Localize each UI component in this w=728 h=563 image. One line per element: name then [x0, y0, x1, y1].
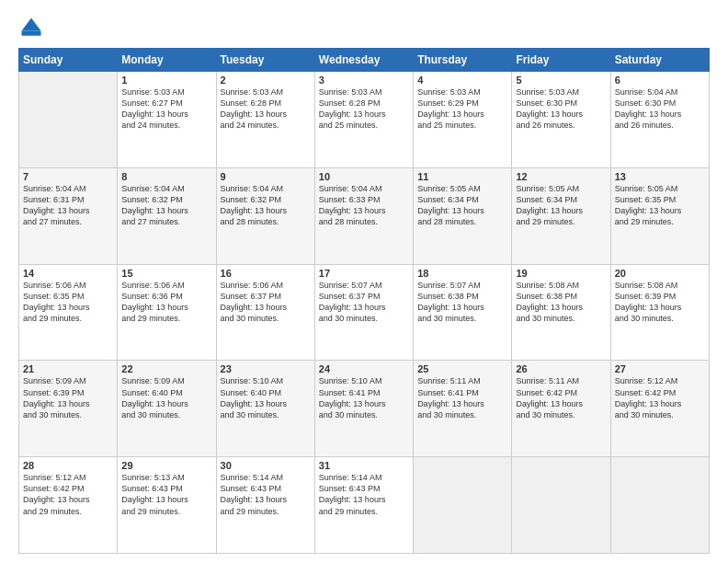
day-info: Sunrise: 5:05 AM Sunset: 6:34 PM Dayligh…	[417, 183, 507, 228]
day-number: 27	[615, 363, 705, 374]
calendar-cell: 1Sunrise: 5:03 AM Sunset: 6:27 PM Daylig…	[118, 72, 216, 168]
calendar-cell	[512, 457, 610, 554]
calendar-week-2: 14Sunrise: 5:06 AM Sunset: 6:35 PM Dayli…	[19, 264, 710, 361]
day-info: Sunrise: 5:09 AM Sunset: 6:39 PM Dayligh…	[23, 375, 113, 420]
day-number: 17	[319, 268, 409, 279]
calendar-header-friday: Friday	[512, 49, 610, 72]
calendar-cell	[414, 457, 512, 554]
calendar-cell: 5Sunrise: 5:03 AM Sunset: 6:30 PM Daylig…	[512, 72, 610, 168]
calendar-header-monday: Monday	[118, 49, 216, 72]
day-info: Sunrise: 5:07 AM Sunset: 6:38 PM Dayligh…	[417, 280, 507, 325]
day-info: Sunrise: 5:13 AM Sunset: 6:43 PM Dayligh…	[121, 472, 211, 517]
logo	[18, 15, 46, 40]
calendar-cell: 16Sunrise: 5:06 AM Sunset: 6:37 PM Dayli…	[216, 264, 314, 361]
day-info: Sunrise: 5:04 AM Sunset: 6:31 PM Dayligh…	[23, 183, 113, 228]
day-number: 9	[221, 171, 311, 182]
calendar-week-1: 7Sunrise: 5:04 AM Sunset: 6:31 PM Daylig…	[19, 167, 710, 264]
calendar-cell: 15Sunrise: 5:06 AM Sunset: 6:36 PM Dayli…	[118, 264, 216, 361]
day-number: 15	[121, 268, 211, 279]
day-number: 29	[121, 460, 211, 471]
svg-marker-0	[22, 18, 41, 31]
calendar-cell: 18Sunrise: 5:07 AM Sunset: 6:38 PM Dayli…	[414, 264, 512, 361]
calendar-cell: 23Sunrise: 5:10 AM Sunset: 6:40 PM Dayli…	[216, 361, 314, 457]
day-number: 19	[516, 268, 606, 279]
day-number: 28	[23, 460, 113, 471]
calendar-cell: 7Sunrise: 5:04 AM Sunset: 6:31 PM Daylig…	[19, 167, 118, 264]
calendar-header-wednesday: Wednesday	[314, 49, 413, 72]
day-info: Sunrise: 5:03 AM Sunset: 6:30 PM Dayligh…	[516, 86, 606, 132]
day-info: Sunrise: 5:03 AM Sunset: 6:28 PM Dayligh…	[221, 86, 311, 132]
day-number: 24	[319, 363, 409, 374]
calendar-week-0: 1Sunrise: 5:03 AM Sunset: 6:27 PM Daylig…	[19, 72, 710, 168]
calendar-header-thursday: Thursday	[414, 49, 512, 72]
calendar-cell: 13Sunrise: 5:05 AM Sunset: 6:35 PM Dayli…	[610, 167, 709, 264]
day-info: Sunrise: 5:05 AM Sunset: 6:34 PM Dayligh…	[516, 183, 606, 228]
calendar-cell: 29Sunrise: 5:13 AM Sunset: 6:43 PM Dayli…	[118, 457, 216, 554]
day-info: Sunrise: 5:06 AM Sunset: 6:36 PM Dayligh…	[121, 280, 211, 325]
calendar-cell: 31Sunrise: 5:14 AM Sunset: 6:43 PM Dayli…	[314, 457, 413, 554]
calendar-cell: 2Sunrise: 5:03 AM Sunset: 6:28 PM Daylig…	[216, 72, 314, 168]
day-number: 22	[121, 363, 211, 374]
calendar-cell: 28Sunrise: 5:12 AM Sunset: 6:42 PM Dayli…	[19, 457, 118, 554]
day-info: Sunrise: 5:04 AM Sunset: 6:32 PM Dayligh…	[221, 183, 311, 228]
day-number: 23	[221, 363, 311, 374]
calendar-cell: 11Sunrise: 5:05 AM Sunset: 6:34 PM Dayli…	[414, 167, 512, 264]
day-number: 21	[23, 363, 113, 374]
calendar-cell	[19, 72, 118, 168]
calendar-cell: 20Sunrise: 5:08 AM Sunset: 6:39 PM Dayli…	[610, 264, 709, 361]
day-info: Sunrise: 5:03 AM Sunset: 6:28 PM Dayligh…	[319, 86, 409, 132]
day-info: Sunrise: 5:10 AM Sunset: 6:40 PM Dayligh…	[221, 375, 311, 420]
calendar-cell: 30Sunrise: 5:14 AM Sunset: 6:43 PM Dayli…	[216, 457, 314, 554]
day-info: Sunrise: 5:08 AM Sunset: 6:39 PM Dayligh…	[615, 280, 705, 325]
day-number: 25	[417, 363, 507, 374]
day-info: Sunrise: 5:12 AM Sunset: 6:42 PM Dayligh…	[615, 375, 705, 420]
calendar-cell	[610, 457, 709, 554]
day-number: 3	[319, 75, 409, 86]
calendar-header-sunday: Sunday	[19, 49, 118, 72]
day-info: Sunrise: 5:04 AM Sunset: 6:30 PM Dayligh…	[615, 86, 705, 132]
calendar-cell: 21Sunrise: 5:09 AM Sunset: 6:39 PM Dayli…	[19, 361, 118, 457]
calendar-cell: 12Sunrise: 5:05 AM Sunset: 6:34 PM Dayli…	[512, 167, 610, 264]
day-info: Sunrise: 5:10 AM Sunset: 6:41 PM Dayligh…	[319, 375, 409, 420]
header	[18, 15, 710, 40]
calendar-header-saturday: Saturday	[610, 49, 709, 72]
calendar-cell: 4Sunrise: 5:03 AM Sunset: 6:29 PM Daylig…	[414, 72, 512, 168]
day-number: 20	[615, 268, 705, 279]
day-number: 7	[23, 171, 113, 182]
day-info: Sunrise: 5:03 AM Sunset: 6:29 PM Dayligh…	[417, 86, 507, 132]
page: SundayMondayTuesdayWednesdayThursdayFrid…	[0, 0, 728, 563]
calendar-cell: 3Sunrise: 5:03 AM Sunset: 6:28 PM Daylig…	[314, 72, 413, 168]
calendar-header-row: SundayMondayTuesdayWednesdayThursdayFrid…	[19, 49, 710, 72]
day-info: Sunrise: 5:11 AM Sunset: 6:42 PM Dayligh…	[516, 375, 606, 420]
day-info: Sunrise: 5:09 AM Sunset: 6:40 PM Dayligh…	[121, 375, 211, 420]
day-info: Sunrise: 5:04 AM Sunset: 6:32 PM Dayligh…	[121, 183, 211, 228]
day-number: 2	[221, 75, 311, 86]
day-info: Sunrise: 5:07 AM Sunset: 6:37 PM Dayligh…	[319, 280, 409, 325]
calendar-cell: 26Sunrise: 5:11 AM Sunset: 6:42 PM Dayli…	[512, 361, 610, 457]
day-number: 12	[516, 171, 606, 182]
calendar-header-tuesday: Tuesday	[216, 49, 314, 72]
calendar-cell: 25Sunrise: 5:11 AM Sunset: 6:41 PM Dayli…	[414, 361, 512, 457]
day-number: 14	[23, 268, 113, 279]
day-info: Sunrise: 5:12 AM Sunset: 6:42 PM Dayligh…	[23, 472, 113, 517]
calendar-cell: 27Sunrise: 5:12 AM Sunset: 6:42 PM Dayli…	[610, 361, 709, 457]
day-info: Sunrise: 5:14 AM Sunset: 6:43 PM Dayligh…	[221, 472, 311, 517]
day-number: 16	[221, 268, 311, 279]
logo-icon	[18, 15, 44, 40]
day-info: Sunrise: 5:03 AM Sunset: 6:27 PM Dayligh…	[121, 86, 211, 132]
calendar-cell: 17Sunrise: 5:07 AM Sunset: 6:37 PM Dayli…	[314, 264, 413, 361]
day-number: 8	[121, 171, 211, 182]
day-number: 6	[615, 75, 705, 86]
day-number: 31	[319, 460, 409, 471]
day-number: 1	[121, 75, 211, 86]
svg-rect-1	[22, 31, 41, 36]
day-info: Sunrise: 5:08 AM Sunset: 6:38 PM Dayligh…	[516, 280, 606, 325]
calendar-cell: 8Sunrise: 5:04 AM Sunset: 6:32 PM Daylig…	[118, 167, 216, 264]
calendar-week-4: 28Sunrise: 5:12 AM Sunset: 6:42 PM Dayli…	[19, 457, 710, 554]
calendar-cell: 9Sunrise: 5:04 AM Sunset: 6:32 PM Daylig…	[216, 167, 314, 264]
day-number: 5	[516, 75, 606, 86]
calendar-cell: 14Sunrise: 5:06 AM Sunset: 6:35 PM Dayli…	[19, 264, 118, 361]
day-number: 26	[516, 363, 606, 374]
day-info: Sunrise: 5:11 AM Sunset: 6:41 PM Dayligh…	[417, 375, 507, 420]
day-number: 13	[615, 171, 705, 182]
